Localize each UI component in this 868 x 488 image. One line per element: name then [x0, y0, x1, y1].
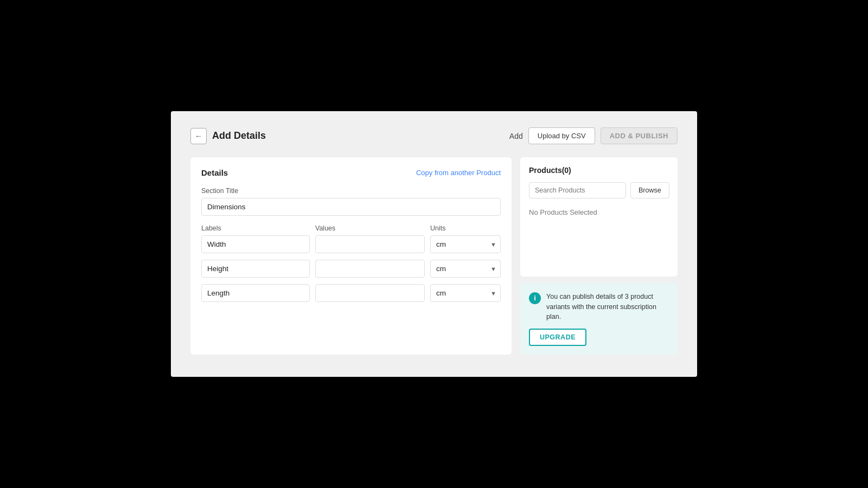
back-button[interactable]: ←	[190, 128, 207, 144]
section-title-label: Section Title	[201, 187, 501, 195]
main-content: Details Copy from another Product Sectio…	[190, 157, 678, 355]
page-title: Add Details	[212, 130, 266, 142]
values-column-header: Values	[315, 224, 425, 232]
height-value-input[interactable]	[315, 260, 425, 278]
add-publish-button[interactable]: ADD & PUBLISH	[601, 127, 678, 144]
header-right: Add Upload by CSV ADD & PUBLISH	[509, 127, 678, 144]
browse-button[interactable]: Browse	[630, 182, 669, 198]
upload-csv-button[interactable]: Upload by CSV	[528, 127, 595, 144]
width-label-input[interactable]	[201, 235, 310, 253]
length-label-input[interactable]	[201, 284, 310, 302]
height-row: cm mm in ▼	[201, 260, 501, 278]
width-unit-wrapper: cm mm in ▼	[430, 235, 501, 253]
height-unit-wrapper: cm mm in ▼	[430, 260, 501, 278]
row-headers: Labels Values Units	[201, 224, 501, 232]
header-left: ← Add Details	[190, 128, 266, 144]
info-icon: i	[529, 292, 541, 304]
panel-header: Details Copy from another Product	[201, 168, 501, 177]
header: ← Add Details Add Upload by CSV ADD & PU…	[190, 127, 678, 144]
details-panel-title: Details	[201, 168, 228, 177]
length-unit-select[interactable]: cm mm in	[430, 284, 501, 302]
add-label: Add	[509, 132, 523, 140]
no-products-label: No Products Selected	[529, 206, 669, 219]
products-title: Products(0)	[529, 166, 669, 175]
labels-column-header: Labels	[201, 224, 310, 232]
height-label-input[interactable]	[201, 260, 310, 278]
left-panel: Details Copy from another Product Sectio…	[190, 157, 512, 355]
length-row: cm mm in ▼	[201, 284, 501, 302]
back-icon: ←	[195, 132, 202, 140]
width-row: cm mm in ▼	[201, 235, 501, 253]
right-panel: Products(0) Browse No Products Selected …	[520, 157, 678, 355]
units-column-header: Units	[430, 224, 501, 232]
search-browse-row: Browse	[529, 182, 669, 198]
upgrade-button[interactable]: UPGRADE	[529, 329, 586, 346]
width-value-input[interactable]	[315, 235, 425, 253]
width-unit-select[interactable]: cm mm in	[430, 235, 501, 253]
app-window: ← Add Details Add Upload by CSV ADD & PU…	[171, 111, 697, 377]
copy-from-product-link[interactable]: Copy from another Product	[416, 169, 501, 177]
info-text: You can publish details of 3 product var…	[546, 292, 669, 322]
products-card: Products(0) Browse No Products Selected	[520, 157, 678, 277]
upgrade-info-card: i You can publish details of 3 product v…	[520, 283, 678, 355]
section-title-input[interactable]	[201, 198, 501, 216]
height-unit-select[interactable]: cm mm in	[430, 260, 501, 278]
length-value-input[interactable]	[315, 284, 425, 302]
info-card-row: i You can publish details of 3 product v…	[529, 292, 669, 322]
search-products-input[interactable]	[529, 182, 626, 198]
length-unit-wrapper: cm mm in ▼	[430, 284, 501, 302]
